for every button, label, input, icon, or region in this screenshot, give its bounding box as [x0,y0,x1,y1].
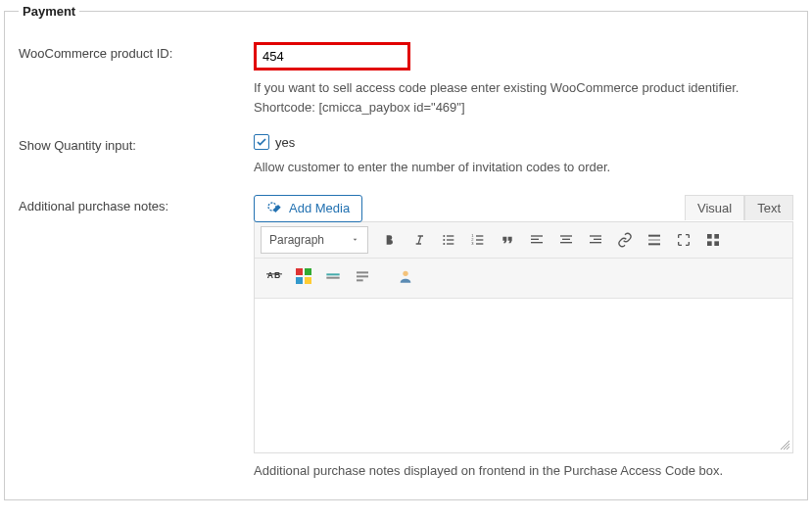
align-left-button[interactable] [523,226,550,254]
svg-text:A: A [267,270,274,280]
quantity-checkbox-wrap: yes [254,134,793,150]
resize-handle-icon[interactable] [779,439,790,450]
svg-rect-35 [305,277,311,284]
svg-rect-16 [560,235,572,236]
quantity-checkbox[interactable] [254,134,269,150]
svg-rect-19 [590,235,601,236]
svg-rect-31 [266,273,282,274]
svg-rect-12 [476,243,483,244]
svg-rect-25 [707,234,712,239]
svg-rect-39 [357,275,368,277]
svg-point-3 [443,239,445,241]
product-id-help-line1: If you want to sell access code please e… [254,78,793,98]
clear-formatting-button[interactable] [349,262,376,290]
svg-point-5 [443,243,445,245]
svg-rect-20 [594,238,601,239]
editor: Paragraph 123 [254,221,793,453]
quantity-field: yes Allow customer to enter the number o… [254,134,793,177]
svg-rect-26 [714,234,719,239]
svg-rect-38 [357,271,368,273]
svg-rect-33 [305,268,311,275]
svg-rect-4 [447,239,454,240]
editor-toolbar-row2: AB [255,259,792,298]
toolbar-toggle-button[interactable] [699,226,727,254]
svg-rect-32 [296,268,303,275]
quantity-label: Show Quantity input: [19,134,254,177]
strikethrough-button[interactable]: AB [261,262,288,290]
blockquote-button[interactable] [494,226,521,254]
quantity-help: Allow customer to enter the number of in… [254,158,793,177]
product-id-help: If you want to sell access code please e… [254,78,793,117]
media-icon [266,201,282,216]
svg-rect-6 [447,243,454,244]
italic-button[interactable] [406,226,433,254]
fullscreen-button[interactable] [670,226,697,254]
product-id-help-line2: Shortcode: [cmicca_paybox id="469"] [254,98,793,118]
svg-rect-24 [648,243,660,245]
insert-more-button[interactable] [641,226,668,254]
svg-rect-21 [590,242,601,243]
hr-button[interactable] [319,262,347,290]
section-title: Payment [19,4,79,19]
product-id-input[interactable] [254,42,410,71]
svg-point-1 [443,235,445,237]
bullet-list-button[interactable] [435,226,462,254]
bold-button[interactable] [376,226,404,254]
row-product-id: WooCommerce product ID: If you want to s… [19,42,793,117]
svg-rect-40 [357,279,363,281]
payment-fieldset: Payment WooCommerce product ID: If you w… [4,4,808,500]
svg-rect-13 [531,235,543,236]
color-grid-button[interactable] [290,262,317,290]
editor-tabs: Visual Text [685,195,793,220]
svg-rect-2 [447,235,454,236]
align-center-button[interactable] [552,226,580,254]
svg-rect-18 [560,242,572,243]
tab-text[interactable]: Text [744,195,793,220]
chevron-down-icon [351,233,359,247]
svg-rect-23 [648,239,660,240]
svg-rect-14 [531,238,539,239]
quantity-checkbox-label: yes [275,135,295,150]
svg-rect-8 [476,235,483,236]
svg-rect-10 [476,239,483,240]
svg-rect-37 [326,276,339,278]
svg-rect-15 [531,242,543,243]
product-id-field: If you want to sell access code please e… [254,42,793,117]
svg-text:B: B [274,270,280,280]
add-media-button[interactable]: Add Media [254,195,362,222]
notes-help: Additional purchase notes displayed on f… [254,461,793,481]
svg-rect-36 [326,273,339,275]
svg-rect-34 [296,277,303,284]
add-media-label: Add Media [289,201,350,215]
svg-point-41 [403,270,407,275]
link-button[interactable] [611,226,639,254]
notes-field: Add Media Visual Text Paragraph [254,195,793,481]
numbered-list-button[interactable]: 123 [464,226,492,254]
row-quantity: Show Quantity input: yes Allow customer … [19,134,793,177]
format-select-label: Paragraph [269,233,324,247]
row-notes: Additional purchase notes: Add Media Vis… [19,195,793,481]
svg-text:3: 3 [471,241,474,246]
svg-rect-27 [707,241,712,246]
editor-body[interactable] [255,298,792,452]
notes-label: Additional purchase notes: [19,195,254,481]
user-icon-button[interactable] [392,262,419,290]
align-right-button[interactable] [582,226,609,254]
svg-rect-28 [714,241,719,246]
svg-rect-17 [562,238,570,239]
format-select[interactable]: Paragraph [261,226,368,254]
svg-rect-22 [648,234,660,236]
tab-visual[interactable]: Visual [685,195,744,220]
editor-toolbar-row1: Paragraph 123 [255,222,792,259]
product-id-label: WooCommerce product ID: [19,42,254,117]
